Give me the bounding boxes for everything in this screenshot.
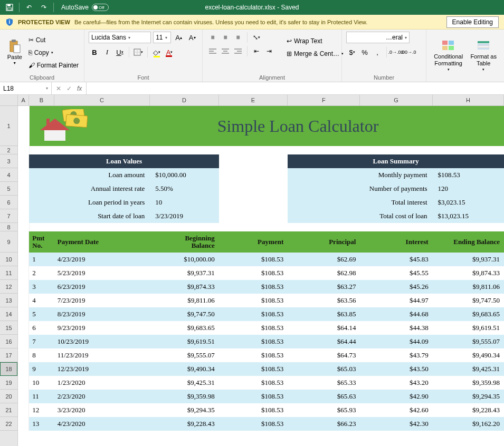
format-as-table-button[interactable]: Format as Table ▾ bbox=[468, 32, 499, 80]
row-header-9[interactable]: 9 bbox=[0, 231, 17, 253]
row-header-3[interactable]: 3 bbox=[0, 154, 17, 168]
increase-decimal-icon[interactable]: .0→.00 bbox=[390, 46, 402, 58]
undo-icon[interactable]: ↶ bbox=[23, 2, 35, 13]
row-header-17[interactable]: 17 bbox=[0, 348, 17, 362]
column-header-F[interactable]: F bbox=[288, 95, 360, 105]
select-all-corner[interactable] bbox=[0, 95, 17, 106]
row-header-7[interactable]: 7 bbox=[0, 209, 17, 223]
column-header-C[interactable]: C bbox=[54, 95, 150, 105]
cancel-icon[interactable]: ✕ bbox=[56, 85, 61, 92]
row-header-21[interactable]: 21 bbox=[0, 403, 17, 417]
svg-rect-26 bbox=[478, 48, 489, 50]
percent-format-icon[interactable]: % bbox=[359, 46, 370, 58]
loan-value-label: Loan period in years bbox=[29, 196, 150, 209]
cell-principal: $64.14 bbox=[288, 321, 360, 335]
row-header-6[interactable]: 6 bbox=[0, 196, 17, 209]
number-format-combo[interactable]: …eral ▾ bbox=[346, 32, 410, 43]
cell-principal: $63.27 bbox=[288, 280, 360, 294]
column-header-H[interactable]: H bbox=[433, 95, 504, 105]
row-header-15[interactable]: 15 bbox=[0, 321, 17, 335]
increase-font-icon[interactable]: A▴ bbox=[173, 32, 185, 43]
table-row: 112/23/2020$9,359.98$108.53$65.63$42.90$… bbox=[18, 390, 504, 403]
column-header-A[interactable]: A bbox=[18, 95, 29, 105]
accounting-format-icon[interactable]: $▾ bbox=[346, 46, 358, 58]
row-header-11[interactable]: 11 bbox=[0, 266, 17, 280]
cell-date: 9/23/2019 bbox=[54, 321, 150, 335]
align-center-icon[interactable] bbox=[220, 45, 231, 57]
column-headers: ABCDEFGH bbox=[18, 95, 504, 106]
name-box[interactable]: L18 ▾ bbox=[0, 82, 52, 94]
row-header-5[interactable]: 5 bbox=[0, 182, 17, 196]
redo-icon[interactable]: ↷ bbox=[37, 2, 50, 13]
row-header-4[interactable]: 4 bbox=[0, 168, 17, 182]
cell-interest: $42.30 bbox=[360, 417, 432, 431]
align-top-icon[interactable]: ≡ bbox=[207, 32, 218, 43]
enter-icon[interactable]: ✓ bbox=[66, 85, 72, 92]
comma-format-icon[interactable]: , bbox=[372, 46, 383, 58]
bucket-icon: ◇ bbox=[153, 49, 158, 56]
paste-button[interactable]: Paste ▼ bbox=[4, 32, 25, 73]
italic-button[interactable]: I bbox=[101, 46, 113, 58]
row-header-1[interactable]: 1 bbox=[0, 106, 17, 146]
cell-payment: $108.53 bbox=[219, 390, 288, 403]
bold-button[interactable]: B bbox=[89, 46, 100, 58]
cell-interest: $44.97 bbox=[360, 294, 432, 307]
row-header-14[interactable]: 14 bbox=[0, 307, 17, 321]
chevron-down-icon: ▾ bbox=[405, 35, 407, 40]
cell-date: 5/23/2019 bbox=[54, 266, 150, 280]
cell-begin: $9,228.43 bbox=[150, 417, 218, 431]
enable-editing-button[interactable]: Enable Editing bbox=[446, 16, 499, 28]
row-header-2[interactable]: 2 bbox=[0, 146, 17, 154]
copy-button[interactable]: ⎘ Copy ▾ bbox=[27, 47, 80, 59]
fill-color-button[interactable]: ◇ ▾ bbox=[151, 46, 163, 58]
row-header-8[interactable]: 8 bbox=[0, 223, 17, 231]
cell-begin: $9,747.50 bbox=[150, 307, 218, 321]
font-name-combo[interactable]: Lucida Sans ▾ bbox=[89, 32, 151, 43]
merge-center-button[interactable]: ⊞ Merge & Cent… ▾ bbox=[286, 48, 345, 60]
value-row: Loan period in years10Total interest$3,0… bbox=[18, 196, 504, 209]
loan-value-label: Start date of loan bbox=[29, 209, 150, 223]
underline-button[interactable]: U▾ bbox=[114, 46, 126, 58]
wrap-text-button[interactable]: ↩ Wrap Text bbox=[286, 35, 345, 47]
align-left-icon[interactable] bbox=[207, 45, 218, 57]
row-header-18[interactable]: 18 bbox=[0, 362, 17, 376]
column-header-B[interactable]: B bbox=[29, 95, 54, 105]
borders-button[interactable]: ▾ bbox=[132, 46, 144, 58]
row-header-13[interactable]: 13 bbox=[0, 294, 17, 307]
chevron-down-icon: ▾ bbox=[46, 86, 48, 91]
row-header-12[interactable]: 12 bbox=[0, 280, 17, 294]
row-header-16[interactable]: 16 bbox=[0, 335, 17, 348]
autosave-toggle[interactable]: Off bbox=[92, 4, 109, 11]
cell-date: 3/23/2020 bbox=[54, 403, 150, 417]
increase-indent-icon[interactable]: ⇥ bbox=[263, 45, 275, 57]
row-header-19[interactable]: 19 bbox=[0, 376, 17, 390]
orientation-icon[interactable]: ⤡▾ bbox=[251, 32, 262, 43]
align-right-icon[interactable] bbox=[232, 45, 244, 57]
row-header-10[interactable]: 10 bbox=[0, 253, 17, 266]
decrease-font-icon[interactable]: A▾ bbox=[186, 32, 198, 43]
decrease-indent-icon[interactable]: ⇤ bbox=[251, 45, 262, 57]
loan-summary-header: Loan Summary bbox=[288, 154, 504, 168]
column-header-G[interactable]: G bbox=[360, 95, 432, 105]
row-header-20[interactable]: 20 bbox=[0, 390, 17, 403]
cut-button[interactable]: ✂ Cut bbox=[27, 34, 80, 46]
align-middle-icon[interactable]: ≡ bbox=[220, 32, 231, 43]
loan-summary-label: Total interest bbox=[288, 196, 432, 209]
worksheet-grid[interactable]: Simple Loan Calculator Loan Values Loan … bbox=[18, 106, 504, 431]
fx-icon[interactable]: fx bbox=[77, 85, 82, 92]
align-bottom-icon[interactable]: ≡ bbox=[232, 32, 244, 43]
cell-interest: $44.68 bbox=[360, 307, 432, 321]
cell-interest: $42.60 bbox=[360, 403, 432, 417]
cell-begin: $9,490.34 bbox=[150, 362, 218, 376]
row-header-22[interactable]: 22 bbox=[0, 417, 17, 431]
cell-date: 8/23/2019 bbox=[54, 307, 150, 321]
conditional-formatting-button[interactable]: Conditional Formatting ▾ bbox=[431, 32, 466, 80]
decrease-decimal-icon[interactable]: .00→.0 bbox=[403, 46, 414, 58]
save-icon[interactable] bbox=[3, 2, 16, 13]
font-size-combo[interactable]: 11 ▾ bbox=[153, 32, 171, 43]
column-header-E[interactable]: E bbox=[219, 95, 288, 105]
font-color-button[interactable]: A ▾ bbox=[164, 46, 175, 58]
column-header-D[interactable]: D bbox=[150, 95, 218, 105]
loan-values-header: Loan Values bbox=[29, 154, 219, 168]
format-painter-button[interactable]: 🖌 Format Painter bbox=[27, 60, 80, 71]
